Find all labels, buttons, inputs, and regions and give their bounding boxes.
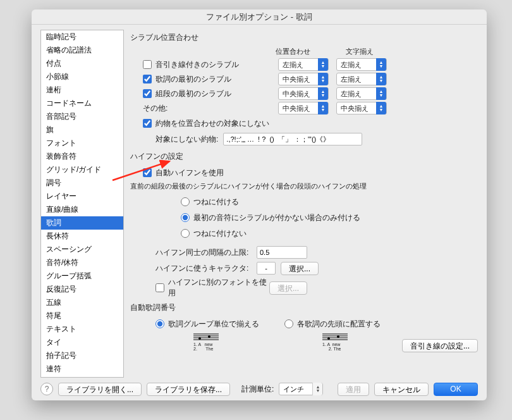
sidebar-item[interactable]: 音符/休符 xyxy=(41,256,123,269)
help-button[interactable]: ? xyxy=(40,383,53,395)
hyphen-char-label: ハイフンに使うキャラクタ: xyxy=(155,263,257,274)
align-row-label: 音引き線付きのシラブル xyxy=(155,59,239,70)
align-row-checkbox[interactable] xyxy=(143,89,152,98)
hyphen-char-input[interactable] xyxy=(257,262,276,275)
justify-select[interactable]: 左揃え▲▼ xyxy=(336,87,387,100)
svg-point-4 xyxy=(198,337,201,340)
align-row-label: 組段の最初のシラブル xyxy=(155,89,231,99)
sidebar-item[interactable]: スペーシング xyxy=(41,243,123,256)
sidebar-item[interactable]: コードネーム xyxy=(41,97,123,110)
sidebar-item[interactable]: 旗 xyxy=(41,123,123,137)
col-alignment: 位置合わせ xyxy=(265,47,320,56)
sidebar-item[interactable]: タイ xyxy=(41,336,123,349)
cancel-button[interactable]: キャンセル xyxy=(374,383,429,396)
sidebar-item[interactable]: 直線/曲線 xyxy=(41,203,123,216)
sidebar-item[interactable]: 歌詞 xyxy=(41,216,123,230)
svg-point-10 xyxy=(327,337,330,340)
align-select[interactable]: 左揃え▲▼ xyxy=(278,58,329,71)
numbering-each-radio[interactable] xyxy=(284,319,293,328)
sidebar-item[interactable]: 装飾音符 xyxy=(41,150,123,163)
hyphen-char-choose-button[interactable]: 選択... xyxy=(281,262,319,275)
svg-point-5 xyxy=(208,335,210,338)
other-label: その他: xyxy=(143,103,168,114)
window-title: ファイル別オプション - 歌詞 xyxy=(32,9,487,25)
justify-select[interactable]: 左揃え▲▼ xyxy=(336,73,387,85)
hyphen-font-label: ハイフンに別のフォントを使用 xyxy=(168,277,269,299)
align-select[interactable]: 中央揃え▲▼ xyxy=(278,87,329,100)
sidebar-item[interactable]: テキスト xyxy=(41,323,123,336)
extension-settings-button[interactable]: 音引き線の設定... xyxy=(402,339,478,352)
sidebar-item[interactable]: 反復記号 xyxy=(41,283,123,296)
sidebar-item[interactable]: 付点 xyxy=(41,57,123,70)
hyphen-opt-always[interactable] xyxy=(181,197,190,206)
section-numbering: 自動歌詞番号 xyxy=(130,302,478,313)
section-hyphen: ハイフンの設定 xyxy=(130,151,478,162)
align-select[interactable]: 中央揃え▲▼ xyxy=(278,73,329,85)
hyphen-spacing-label: ハイフン同士の間隔の上限: xyxy=(155,247,257,258)
sidebar-item[interactable]: 省略の記譜法 xyxy=(41,44,123,57)
open-library-button[interactable]: ライブラリを開く... xyxy=(58,383,142,396)
apply-button: 適用 xyxy=(338,383,369,396)
exclude-chars-input[interactable] xyxy=(223,133,362,145)
sidebar-item[interactable]: レイヤー xyxy=(41,190,123,203)
unit-select[interactable]: インチ▲▼ xyxy=(279,383,323,395)
sidebar-item[interactable]: 臨時記号 xyxy=(41,30,123,44)
ok-button[interactable]: OK xyxy=(434,383,478,396)
exclude-punct-checkbox[interactable] xyxy=(143,119,152,128)
section-syllable-alignment: シラブル位置合わせ xyxy=(130,32,478,43)
hyphen-desc: 直前の組段の最後のシラブルにハイフンが付く場合の段頭のハイフンの処理 xyxy=(130,182,478,191)
hyphen-opt-only[interactable] xyxy=(181,213,190,222)
hyphen-spacing-input[interactable] xyxy=(257,246,307,259)
sidebar-item[interactable]: 五線 xyxy=(41,296,123,309)
sidebar-item[interactable]: 調号 xyxy=(41,176,123,190)
sidebar-item[interactable]: グリッド/ガイド xyxy=(41,163,123,176)
other-justify-select[interactable]: 中央揃え▲▼ xyxy=(336,102,387,114)
sidebar-item[interactable]: 符尾 xyxy=(41,309,123,323)
hyphen-font-choose-button: 選択... xyxy=(269,281,307,295)
sidebar-item[interactable]: グループ括弧 xyxy=(41,269,123,283)
sidebar-item[interactable]: フォント xyxy=(41,137,123,150)
sidebar-item[interactable]: 小節線 xyxy=(41,70,123,83)
sidebar-item[interactable]: 音部記号 xyxy=(41,110,123,123)
align-row-checkbox[interactable] xyxy=(143,75,152,83)
other-align-select[interactable]: 中央揃え▲▼ xyxy=(278,102,329,114)
auto-hyphen-label: 自動ハイフンを使用 xyxy=(155,168,224,178)
col-justify: 文字揃え xyxy=(332,47,387,56)
exclude-chars-label: 対象にしない約物: xyxy=(155,134,218,145)
sidebar-item[interactable]: 長休符 xyxy=(41,230,123,243)
save-library-button[interactable]: ライブラリを保存... xyxy=(147,383,230,396)
sidebar-item[interactable]: 連桁 xyxy=(41,83,123,97)
numbering-group-radio[interactable] xyxy=(155,319,164,328)
justify-select[interactable]: 左揃え▲▼ xyxy=(336,58,387,71)
align-row-checkbox[interactable] xyxy=(143,60,152,69)
unit-label: 計測単位: xyxy=(241,384,274,395)
numbering-preview-2: 1. A new 2. The xyxy=(322,333,357,352)
hyphen-font-checkbox[interactable] xyxy=(155,283,164,292)
numbering-preview-1: 1. A new 2. The xyxy=(193,333,228,352)
hyphen-opt-never[interactable] xyxy=(181,229,190,238)
category-sidebar[interactable]: 臨時記号省略の記譜法付点小節線連桁コードネーム音部記号旗フォント装飾音符グリッド… xyxy=(40,30,124,378)
sidebar-item[interactable]: 連符 xyxy=(41,362,123,376)
exclude-punct-label: 約物を位置合わせの対象にしない xyxy=(155,118,269,129)
align-row-label: 歌詞の最初のシラブル xyxy=(155,74,231,85)
sidebar-item[interactable]: 拍子記号 xyxy=(41,349,123,362)
svg-point-11 xyxy=(337,335,339,338)
auto-hyphen-checkbox[interactable] xyxy=(143,168,152,177)
